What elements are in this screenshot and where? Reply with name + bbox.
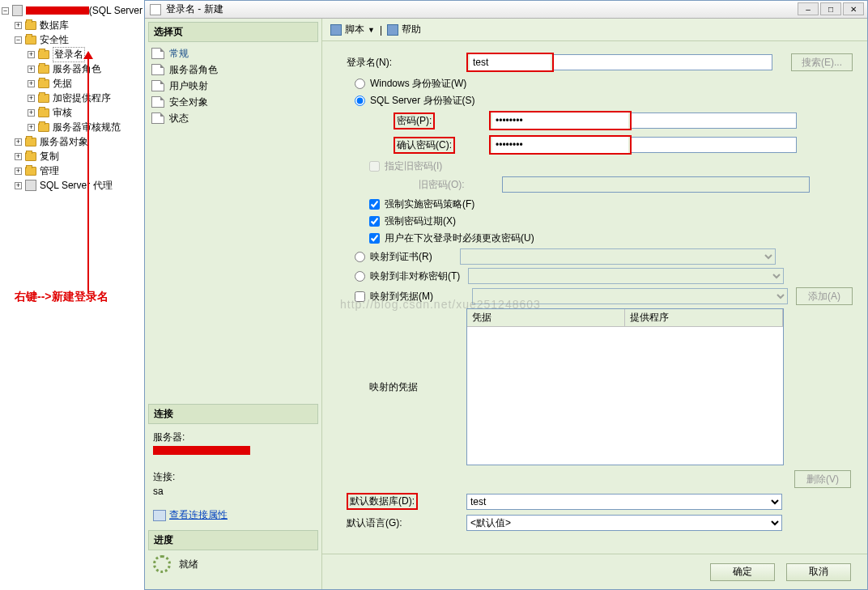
map-asymkey-radio[interactable] [355, 271, 365, 282]
tree-node-logins[interactable]: +登录名 [2, 47, 143, 62]
expand-icon[interactable]: + [15, 22, 22, 29]
expand-icon[interactable]: + [28, 80, 35, 87]
map-certificate-radio[interactable] [355, 252, 365, 262]
connection-label: 连接: [153, 470, 313, 484]
titlebar[interactable]: 登录名 - 新建 – □ ✕ [145, 1, 867, 19]
new-login-dialog: 登录名 - 新建 – □ ✕ 选择页 常规 服务器角色 用户映射 安全对象 状态… [144, 0, 868, 590]
close-button[interactable]: ✕ [843, 2, 864, 15]
tree-node-crypto[interactable]: +加密提供程序 [2, 91, 143, 105]
enforce-policy-checkbox[interactable] [369, 199, 380, 210]
page-securables[interactable]: 安全对象 [151, 94, 315, 110]
page-icon [151, 64, 164, 75]
dialog-sidebar: 选择页 常规 服务器角色 用户映射 安全对象 状态 连接 服务器: 连接: sa… [145, 19, 321, 589]
agent-icon [25, 180, 36, 191]
asymkey-combo [468, 268, 784, 284]
certificate-combo [460, 248, 776, 265]
maximize-button[interactable]: □ [820, 2, 841, 15]
remove-credential-button[interactable]: 删除(V) [794, 470, 851, 488]
expand-icon[interactable]: + [15, 153, 22, 160]
tree-node-audit[interactable]: +审核 [2, 105, 143, 120]
help-button[interactable]: 帮助 [387, 23, 421, 36]
expand-icon[interactable]: + [28, 124, 35, 131]
expand-icon[interactable]: + [15, 168, 22, 175]
credentials-col-credential: 凭据 [467, 309, 625, 326]
page-icon [151, 80, 164, 91]
view-connection-properties-link[interactable]: 查看连接属性 [169, 509, 228, 520]
add-credential-button[interactable]: 添加(A) [796, 287, 853, 305]
password-input-ext[interactable] [632, 112, 797, 129]
login-name-input[interactable] [470, 54, 551, 70]
tree-node-credentials[interactable]: +凭据 [2, 76, 143, 91]
default-language-label: 默认语言(G): [347, 516, 466, 530]
confirm-password-input-ext[interactable] [632, 137, 797, 153]
progress-ring-icon [153, 555, 171, 573]
redacted-server-value [153, 446, 250, 455]
annotation-arrow-head [83, 51, 93, 59]
enforce-expiration-checkbox[interactable] [369, 216, 380, 227]
tree-node-management[interactable]: +管理 [2, 163, 143, 178]
credentials-table[interactable]: 凭据 提供程序 [466, 308, 784, 465]
expand-icon[interactable]: + [15, 138, 22, 146]
expand-icon[interactable]: + [28, 51, 35, 58]
page-icon [151, 96, 164, 108]
chevron-down-icon: ▼ [368, 26, 375, 34]
app-icon [150, 4, 161, 15]
redacted-server-name [26, 6, 88, 15]
tree-root[interactable]: − (SQL Server [2, 3, 143, 18]
ok-button[interactable]: 确定 [710, 563, 775, 581]
tree-node-agent[interactable]: +SQL Server 代理 [2, 178, 143, 193]
page-user-mapping[interactable]: 用户映射 [151, 78, 315, 94]
window-title: 登录名 - 新建 [166, 2, 223, 16]
page-server-roles[interactable]: 服务器角色 [151, 62, 315, 78]
tree-node-server-roles[interactable]: +服务器角色 [2, 62, 143, 76]
folder-icon [25, 152, 36, 161]
collapse-icon[interactable]: − [2, 7, 9, 15]
annotation-text: 右键-->新建登录名 [15, 290, 108, 304]
dialog-content: 脚本▼ | 帮助 登录名(N): 搜索(E)... Windows 身份验证(W… [321, 19, 867, 589]
credential-combo [472, 288, 788, 304]
page-icon [151, 48, 164, 59]
dialog-footer: 确定 取消 [322, 554, 867, 589]
tree-node-audit-spec[interactable]: +服务器审核规范 [2, 120, 143, 134]
tree-node-server-objects[interactable]: +服务器对象 [2, 134, 143, 149]
login-name-input-ext[interactable] [554, 54, 772, 70]
properties-icon [153, 510, 166, 521]
minimize-button[interactable]: – [798, 2, 819, 15]
folder-icon [25, 167, 36, 176]
sql-auth-radio[interactable] [355, 96, 365, 106]
password-label: 密码(P): [394, 112, 435, 129]
connection-value: sa [153, 486, 313, 497]
windows-auth-radio[interactable] [355, 79, 365, 89]
folder-icon [38, 50, 49, 59]
dialog-toolbar: 脚本▼ | 帮助 [322, 19, 867, 41]
cancel-button[interactable]: 取消 [786, 563, 851, 581]
default-language-combo[interactable]: <默认值> [466, 515, 782, 531]
folder-icon [38, 108, 49, 117]
pages-header: 选择页 [148, 22, 318, 42]
expand-icon[interactable]: + [28, 109, 35, 117]
tree-node-databases[interactable]: +数据库 [2, 18, 143, 32]
search-button[interactable]: 搜索(E)... [791, 53, 853, 71]
expand-icon[interactable]: + [28, 66, 35, 73]
must-change-checkbox[interactable] [369, 233, 380, 244]
script-button[interactable]: 脚本▼ [330, 23, 375, 36]
expand-icon[interactable]: + [28, 95, 35, 102]
folder-icon [25, 21, 36, 30]
tree-node-security[interactable]: −安全性 [2, 32, 143, 47]
expand-icon[interactable]: + [15, 182, 22, 189]
folder-icon [25, 36, 36, 45]
map-credential-checkbox[interactable] [355, 291, 365, 302]
script-icon [330, 24, 342, 36]
server-icon [12, 5, 23, 16]
login-name-label: 登录名(N): [347, 56, 466, 70]
tree-node-replication[interactable]: +复制 [2, 149, 143, 163]
default-database-combo[interactable]: test [466, 494, 782, 510]
page-status[interactable]: 状态 [151, 110, 315, 126]
confirm-password-input[interactable] [492, 137, 628, 153]
connection-header: 连接 [148, 404, 318, 424]
credentials-col-provider: 提供程序 [625, 309, 783, 326]
collapse-icon[interactable]: − [15, 36, 22, 44]
password-input[interactable] [492, 112, 628, 129]
page-general[interactable]: 常规 [151, 45, 315, 62]
mapped-credentials-label: 映射的凭据 [347, 380, 466, 394]
